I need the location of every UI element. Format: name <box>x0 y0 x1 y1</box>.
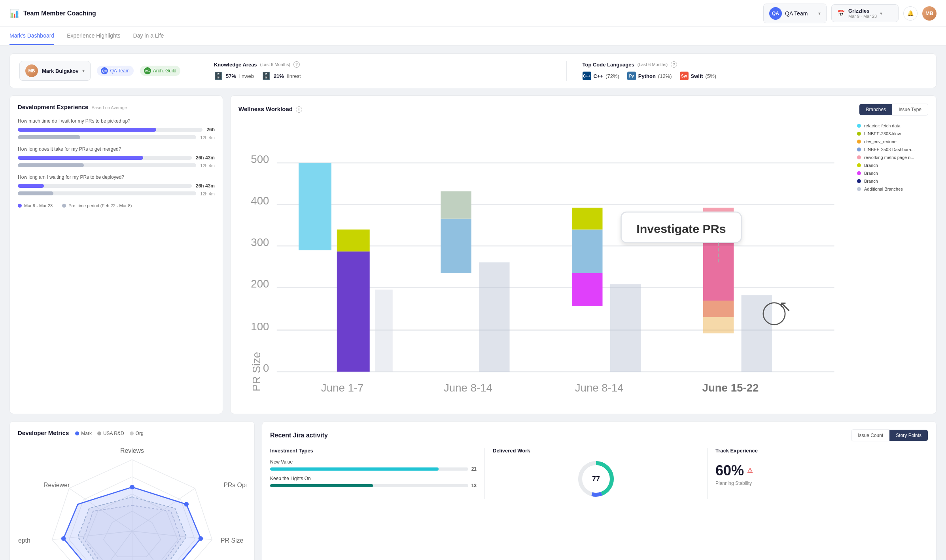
toggle-issue-count[interactable]: Issue Count <box>851 430 889 441</box>
dev-experience-card: Development Experience Based on Average … <box>9 95 223 414</box>
toggle-story-points[interactable]: Story Points <box>889 430 928 441</box>
wellness-info-icon[interactable]: ℹ <box>296 106 302 113</box>
legend-item-current: Mar 9 - Mar 23 <box>18 203 53 208</box>
legend-item-3: LINBEE-2503-Dashbora... <box>857 147 928 152</box>
toggle-issue-type[interactable]: Issue Type <box>892 104 928 115</box>
legend-item-2: dev_env_redone <box>857 139 928 144</box>
linweb-pct: 57% <box>226 73 236 79</box>
legend-color-0 <box>857 124 861 128</box>
knowledge-item-0: 🗄️ 57% linweb <box>214 72 254 80</box>
dev-exp-legend: Mar 9 - Mar 23 Pre. time period (Feb 22 … <box>18 203 215 208</box>
investment-types-title: Investment Types <box>270 448 477 454</box>
legend-item-6: Branch <box>857 171 928 176</box>
bar-group3-3 <box>572 273 602 306</box>
metric-item-1: How long does it take for my PRs to get … <box>18 146 215 168</box>
tab-dayinlife[interactable]: Day in a Life <box>133 27 164 45</box>
legend-label-1: LINBEE-2303-klow <box>864 131 901 136</box>
jira-header: Recent Jira activity Issue Count Story P… <box>270 429 928 441</box>
svg-text:100: 100 <box>251 320 269 333</box>
dev-exp-subtitle: Based on Average <box>91 105 127 110</box>
dm-dot-mark <box>75 431 79 435</box>
jira-divider-1 <box>484 448 485 499</box>
user-avatar[interactable]: MB <box>922 6 937 21</box>
team-chevron-icon: ▾ <box>818 11 821 16</box>
legend-color-6 <box>857 171 861 175</box>
bar-group3-bg <box>610 284 641 372</box>
qa-team-tag: QA QA Team <box>97 66 133 76</box>
dm-dot-usar <box>97 431 101 435</box>
cpp-name: C++ <box>594 73 604 79</box>
notification-button[interactable]: 🔔 <box>903 6 918 21</box>
metric-sub-bars-1: 12h 4m <box>18 162 215 168</box>
knowledge-areas-label: Knowledge Areas (Last 6 Months) ? <box>214 61 551 68</box>
legend-label-3: LINBEE-2503-Dashbora... <box>864 147 915 152</box>
delivered-work-title: Delivered Work <box>493 448 699 454</box>
metric-bar-bg-1 <box>18 156 192 160</box>
metric-bars-2: 26h 43m <box>18 183 215 189</box>
cpp-lang-item: C++ C++ (72%) <box>583 72 619 80</box>
radar-point-2 <box>199 536 203 541</box>
python-name: Python <box>638 73 656 79</box>
bar-bg-ktlo <box>270 484 468 487</box>
divider-1 <box>198 61 198 81</box>
metric-sub-bars-0: 12h 4m <box>18 134 215 140</box>
metric-sub-bar-bg-2 <box>18 191 196 195</box>
arch-guild-tag: AG Arch. Guild <box>140 66 180 76</box>
radar-label-prs-opened: PRs Opened <box>223 481 246 488</box>
bar-label-ktlo: Keep the Lights On <box>270 476 477 481</box>
team-selector[interactable]: QA QA Team ▾ <box>763 4 827 23</box>
radar-label-review-depth: Review Depth <box>18 537 30 544</box>
metric-value-1: 26h 43m <box>196 155 215 161</box>
team-name: QA Team <box>785 10 815 17</box>
bar-label-new-value: New Value <box>270 459 477 465</box>
x-label-2: June 8-14 <box>575 382 624 394</box>
dm-title: Developer Metrics <box>18 429 69 436</box>
user-select-name: Mark Bulgakov <box>42 68 78 74</box>
knowledge-item-1: 🗄️ 21% linrest <box>262 72 301 80</box>
metric-sub-bar-fill-2 <box>18 191 53 195</box>
app-logo-icon: 📊 <box>9 9 19 18</box>
date-range-selector[interactable]: 📅 Grizzlies Mar 9 - Mar 23 ▾ <box>831 4 899 22</box>
python-logo: Py <box>627 72 636 80</box>
user-selector[interactable]: MB Mark Bulgakov ▾ <box>19 61 91 81</box>
dm-legend-usar: USA R&D <box>97 431 124 436</box>
chart-legend: refactor: fetch data LINBEE-2303-klow de… <box>857 120 928 406</box>
language-items: C++ C++ (72%) Py Python (12%) Sw Swift (… <box>583 72 919 80</box>
bar-item-new-value: New Value 21 <box>270 459 477 472</box>
swift-lang-item: Sw Swift (5%) <box>680 72 717 80</box>
legend-item-7: Branch <box>857 179 928 184</box>
legend-color-3 <box>857 148 861 151</box>
knowledge-items: 🗄️ 57% linweb 🗄️ 21% linrest <box>214 72 551 80</box>
dm-header: Developer Metrics Mark USA R&D Org <box>18 429 246 438</box>
metric-sub-value-1: 12h 4m <box>200 163 215 168</box>
svg-text:500: 500 <box>251 153 269 165</box>
header-right: QA QA Team ▾ 📅 Grizzlies Mar 9 - Mar 23 … <box>763 4 937 23</box>
tab-dashboard[interactable]: Mark's Dashboard <box>9 27 54 45</box>
bar-group1-bg <box>375 289 393 371</box>
dm-legend: Mark USA R&D Org <box>75 431 143 436</box>
bar-group1-2 <box>337 252 370 372</box>
languages-info-icon[interactable]: ? <box>671 61 677 68</box>
metric-value-2: 26h 43m <box>196 183 215 189</box>
metric-bar-fill-2 <box>18 184 44 188</box>
jira-delivered-work: Delivered Work 77 <box>486 448 706 499</box>
legend-item-4: reworking metric page n... <box>857 155 928 160</box>
bar-group4-bg <box>742 295 772 371</box>
legend-color-8 <box>857 187 861 191</box>
svg-text:0: 0 <box>263 362 269 374</box>
knowledge-info-icon[interactable]: ? <box>293 61 300 68</box>
app-title: Team Member Coaching <box>23 10 96 17</box>
ag-tag-dot: AG <box>144 67 151 74</box>
legend-item-5: Branch <box>857 163 928 168</box>
tab-highlights[interactable]: Experience Highlights <box>67 27 120 45</box>
legend-label-8: Additional Branches <box>864 187 903 191</box>
toggle-branches[interactable]: Branches <box>859 104 892 115</box>
metric-question-0: How much time do I wait for my PRs to be… <box>18 118 215 124</box>
bar-group1-3 <box>337 229 370 251</box>
metric-item-2: How long am I waiting for my PRs to be d… <box>18 174 215 196</box>
planning-label: Planning Stability <box>715 481 922 486</box>
metric-bar-fill-1 <box>18 156 143 160</box>
wellness-body: PR Size 0 100 200 300 400 500 <box>238 120 928 406</box>
radar-point-5 <box>61 536 66 541</box>
legend-item-1: LINBEE-2303-klow <box>857 131 928 136</box>
